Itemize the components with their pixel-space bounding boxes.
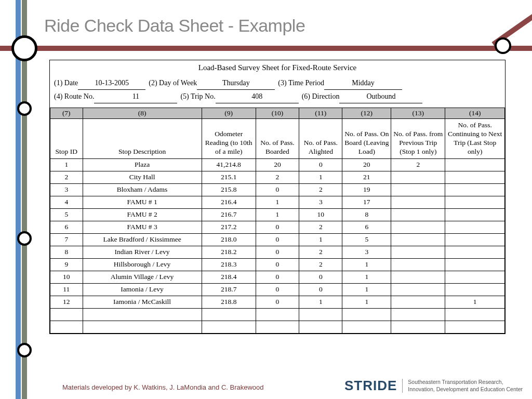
table-cell: [202, 321, 256, 333]
table-cell: [445, 171, 505, 183]
table-cell: 215.1: [202, 171, 256, 183]
table-cell: 19: [342, 183, 391, 196]
col-num: (10): [256, 108, 299, 119]
table-cell: 0: [256, 271, 299, 283]
table-cell: [299, 308, 342, 321]
stride-line1: Southeastern Transportation Research,: [408, 379, 523, 386]
table-cell: 0: [256, 183, 299, 196]
meta-period-value: Midday: [324, 76, 402, 90]
table-cell: 216.7: [202, 208, 256, 221]
table-cell: 1: [299, 296, 342, 308]
col-header: No. of Pass. Boarded: [256, 119, 299, 159]
table-row: 2City Hall215.12121: [50, 171, 505, 183]
table-cell: 7: [50, 233, 83, 246]
table-cell: 0: [256, 296, 299, 308]
meta-date-value: 10-13-2005: [78, 76, 145, 90]
meta-route-label: (4) Route No.: [54, 90, 94, 103]
col-header: No. of Pass. On Board (Leaving Load): [342, 119, 391, 159]
decorative-line-maroon: [0, 46, 532, 51]
table-cell: 1: [342, 283, 391, 296]
table-cell: 12: [50, 296, 83, 308]
data-table: (7)(8)(9)(10)(11)(12)(13)(14) Stop IDSto…: [50, 108, 505, 334]
meta-period-label: (3) Time Period: [278, 76, 324, 89]
table-cell: 2: [391, 158, 445, 171]
table-cell: Alumin Village / Levy: [83, 271, 202, 283]
table-cell: 3: [50, 183, 83, 196]
meta-trip-value: 408: [216, 90, 299, 103]
table-cell: [445, 158, 505, 171]
table-cell: Bloxham / Adams: [83, 183, 202, 196]
table-cell: [83, 308, 202, 321]
table-cell: 8: [342, 208, 391, 221]
table-cell: FAMU # 1: [83, 196, 202, 208]
table-cell: Indian River / Levy: [83, 246, 202, 258]
table-cell: 0: [256, 221, 299, 233]
table-cell: 0: [299, 158, 342, 171]
stride-logo-text: STRIDE: [344, 378, 397, 394]
col-header: Odometer Reading (to 10th of a mile): [202, 119, 256, 159]
table-cell: [391, 171, 445, 183]
table-cell: 218.0: [202, 233, 256, 246]
transit-node-icon: [495, 37, 511, 54]
table-cell: 218.2: [202, 246, 256, 258]
table-row: 9Hillsborough / Levy218.3021: [50, 258, 505, 271]
table-cell: 3: [342, 246, 391, 258]
page-title: Ride Check Data Sheet - Example: [44, 16, 305, 36]
table-cell: 17: [342, 196, 391, 208]
table-cell: [391, 183, 445, 196]
sheet-title: Load-Based Survey Sheet for Fixed-Route …: [50, 60, 505, 74]
table-cell: [299, 321, 342, 333]
table-cell: [445, 246, 505, 258]
table-cell: [83, 321, 202, 333]
table-cell: 218.3: [202, 258, 256, 271]
col-header: No. of Pass. from Previous Trip (Stop 1 …: [391, 119, 445, 159]
table-cell: 218.7: [202, 283, 256, 296]
table-cell: Hillsborough / Levy: [83, 258, 202, 271]
table-cell: 20: [342, 158, 391, 171]
table-cell: [445, 221, 505, 233]
table-cell: [342, 308, 391, 321]
col-header: Stop Description: [83, 119, 202, 159]
col-num: (7): [50, 108, 83, 119]
table-cell: [445, 258, 505, 271]
meta-dir-label: (6) Direction: [302, 90, 340, 103]
table-cell: Iamonia / McCaskill: [83, 296, 202, 308]
table-cell: City Hall: [83, 171, 202, 183]
table-cell: Plaza: [83, 158, 202, 171]
meta-dow-value: Thursday: [197, 76, 275, 90]
table-cell: [391, 283, 445, 296]
col-num: (9): [202, 108, 256, 119]
table-cell: [391, 321, 445, 333]
table-cell: [391, 233, 445, 246]
table-cell: 5: [50, 208, 83, 221]
col-num: (12): [342, 108, 391, 119]
table-cell: 9: [50, 258, 83, 271]
sheet-metadata: (1) Date10-13-2005 (2) Day of WeekThursd…: [50, 74, 505, 108]
transit-node-icon: [17, 231, 32, 246]
table-row: 4FAMU # 1216.41317: [50, 196, 505, 208]
col-num: (14): [445, 108, 505, 119]
stride-subtitle: Southeastern Transportation Research, In…: [402, 379, 523, 393]
table-cell: 10: [50, 271, 83, 283]
transit-node-icon: [11, 35, 37, 61]
table-cell: 2: [50, 171, 83, 183]
table-cell: Iamonia / Levy: [83, 283, 202, 296]
meta-date-label: (1) Date: [54, 76, 78, 89]
table-cell: [256, 321, 299, 333]
table-cell: 21: [342, 171, 391, 183]
table-cell: Lake Bradford / Kissimmee: [83, 233, 202, 246]
table-cell: 218.4: [202, 271, 256, 283]
table-cell: 3: [299, 196, 342, 208]
table-cell: 1: [342, 258, 391, 271]
table-cell: [445, 321, 505, 333]
table-cell: 8: [50, 246, 83, 258]
table-cell: 1: [50, 158, 83, 171]
table-cell: 6: [342, 221, 391, 233]
table-cell: 216.4: [202, 196, 256, 208]
transit-node-icon: [17, 101, 32, 116]
table-cell: [445, 308, 505, 321]
table-cell: 0: [256, 246, 299, 258]
table-cell: 1: [445, 296, 505, 308]
table-cell: [391, 196, 445, 208]
table-row: [50, 321, 505, 333]
